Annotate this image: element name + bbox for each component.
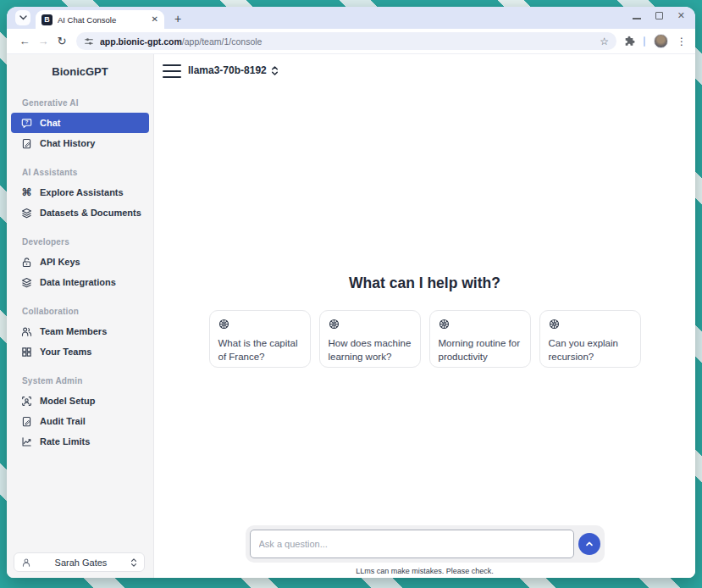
model-selector[interactable]: llama3-70b-8192 [188, 64, 279, 76]
sidebar-item-label: Your Teams [40, 347, 91, 357]
section-label-ai-assistants: AI Assistants [22, 168, 153, 177]
window-controls: ✕ [633, 11, 685, 20]
suggestion-text: What is the capital of France? [218, 336, 301, 363]
sidebar-item-explore-assistants[interactable]: ⌘ Explore Assistants [11, 182, 149, 202]
section-label-developers: Developers [22, 237, 153, 247]
sidebar-item-datasets-documents[interactable]: Datasets & Documents [11, 202, 149, 223]
sidebar-item-label: Datasets & Documents [40, 208, 141, 218]
layers-icon [21, 277, 32, 288]
sidebar: BionicGPT Generative AI ? Chat Chat Hist… [7, 54, 154, 578]
url-host: app.bionic-gpt.com [100, 36, 182, 47]
send-button[interactable] [578, 533, 600, 555]
sidebar-item-label: Data Integrations [40, 277, 116, 287]
bookmark-star-icon[interactable]: ☆ [600, 36, 609, 47]
favicon: B [41, 14, 53, 25]
menu-kebab-icon[interactable]: ⋮ [677, 36, 687, 47]
sidebar-item-label: Explore Assistants [40, 187, 124, 197]
chart-line-icon [21, 436, 32, 447]
model-name: llama3-70b-8192 [188, 64, 267, 76]
browser-toolbar: ← → ↻ app.bionic-gpt.com/app/team/1/cons… [7, 29, 695, 54]
section-items: ⌘ Explore Assistants Datasets & Document… [7, 182, 153, 223]
document-pencil-icon [21, 138, 32, 149]
chat-console-main: llama3-70b-8192 What can I help with? [154, 54, 695, 578]
users-icon [21, 326, 32, 337]
suggestion-card[interactable]: What is the capital of France? [209, 310, 311, 368]
browser-window: B AI Chat Console ✕ + ✕ ← → ↻ app.bionic… [7, 7, 695, 578]
suggestion-card[interactable]: Morning routine for productivity [429, 310, 531, 368]
suggestion-text: Can you explain recursion? [549, 336, 632, 363]
disclaimer-text: LLms can make mistakes. Please check. [154, 567, 695, 575]
suggestion-card[interactable]: Can you explain recursion? [539, 310, 641, 368]
chat-bubble-icon: ? [21, 118, 32, 129]
address-bar[interactable]: app.bionic-gpt.com/app/team/1/console ☆ [76, 32, 616, 50]
page-content: BionicGPT Generative AI ? Chat Chat Hist… [7, 54, 695, 578]
sidebar-item-label: Team Members [40, 326, 107, 336]
sidebar-item-audit-trail[interactable]: Audit Trail [11, 411, 149, 431]
maximize-icon[interactable] [655, 12, 663, 19]
site-settings-icon [84, 36, 94, 47]
section-items: Team Members Your Teams [7, 321, 153, 362]
new-tab-button[interactable]: + [174, 12, 181, 25]
sidebar-item-team-members[interactable]: Team Members [11, 321, 149, 341]
toolbar-right: ⋮ [623, 34, 687, 48]
tab-ai-chat-console[interactable]: B AI Chat Console ✕ [36, 10, 164, 29]
url-path: /app/team/1/console [182, 36, 263, 47]
section-items: Model Setup Audit Trail [7, 391, 153, 452]
chevron-updown-icon [271, 65, 279, 76]
svg-text:?: ? [25, 119, 29, 125]
sidebar-item-rate-limits[interactable]: Rate Limits [11, 431, 149, 452]
url-text: app.bionic-gpt.com/app/team/1/console [100, 36, 594, 47]
section-label-system-admin: System Admin [22, 376, 153, 386]
toolbar-divider [644, 36, 645, 47]
sidebar-item-label: Rate Limits [40, 436, 90, 447]
page-title: What can I help with? [154, 275, 695, 292]
sidebar-item-label: Model Setup [40, 396, 95, 406]
assistant-wheel-icon [439, 319, 450, 330]
assistant-wheel-icon [549, 319, 560, 330]
brand-logo: BionicGPT [7, 65, 153, 78]
profile-avatar[interactable] [654, 34, 668, 48]
minimize-icon[interactable] [633, 18, 641, 19]
document-pencil-icon [21, 416, 32, 427]
question-input[interactable] [250, 530, 574, 558]
sidebar-item-label: Audit Trail [40, 416, 86, 426]
forward-icon[interactable]: → [34, 35, 53, 47]
sidebar-item-data-integrations[interactable]: Data Integrations [11, 272, 149, 292]
assistant-wheel-icon [218, 319, 229, 330]
sidebar-item-label: Chat History [40, 138, 95, 148]
tab-strip: B AI Chat Console ✕ + ✕ [7, 7, 695, 29]
section-label-generative-ai: Generative AI [22, 98, 153, 108]
tab-close-icon[interactable]: ✕ [152, 15, 158, 24]
close-icon[interactable]: ✕ [677, 11, 685, 20]
back-icon[interactable]: ← [15, 35, 34, 47]
unlock-icon [21, 257, 32, 268]
section-items: ? Chat Chat History [7, 113, 153, 153]
chevron-down-icon [19, 15, 27, 20]
section-items: API Keys Data Integrations [7, 252, 153, 292]
grid-icon [21, 347, 32, 358]
desktop: { "browser": { "tab_title": "AI Chat Con… [0, 0, 702, 588]
section-label-collaboration: Collaboration [22, 307, 153, 316]
sidebar-item-chat-history[interactable]: Chat History [11, 133, 149, 153]
chevron-up-icon [584, 539, 594, 549]
hamburger-menu-icon[interactable] [163, 64, 181, 78]
tab-title: AI Chat Console [58, 15, 146, 25]
sidebar-item-your-teams[interactable]: Your Teams [11, 341, 149, 362]
sidebar-item-model-setup[interactable]: Model Setup [11, 391, 149, 411]
assistant-wheel-icon [329, 319, 340, 330]
sidebar-item-api-keys[interactable]: API Keys [11, 252, 149, 272]
user-selector[interactable]: Sarah Gates [14, 552, 145, 572]
reload-icon[interactable]: ↻ [53, 35, 71, 47]
extensions-icon[interactable] [623, 36, 635, 47]
sidebar-item-label: API Keys [40, 257, 80, 267]
sidebar-item-chat[interactable]: ? Chat [11, 113, 149, 133]
suggestion-card[interactable]: How does machine learning work? [319, 310, 421, 368]
face-scan-icon [21, 396, 32, 407]
suggestion-text: Morning routine for productivity [439, 336, 522, 363]
command-icon: ⌘ [21, 187, 32, 197]
layers-icon [21, 208, 32, 219]
tab-search-button[interactable] [15, 10, 30, 25]
person-icon [21, 557, 31, 568]
user-name: Sarah Gates [31, 557, 130, 568]
chevron-updown-icon [130, 557, 137, 568]
